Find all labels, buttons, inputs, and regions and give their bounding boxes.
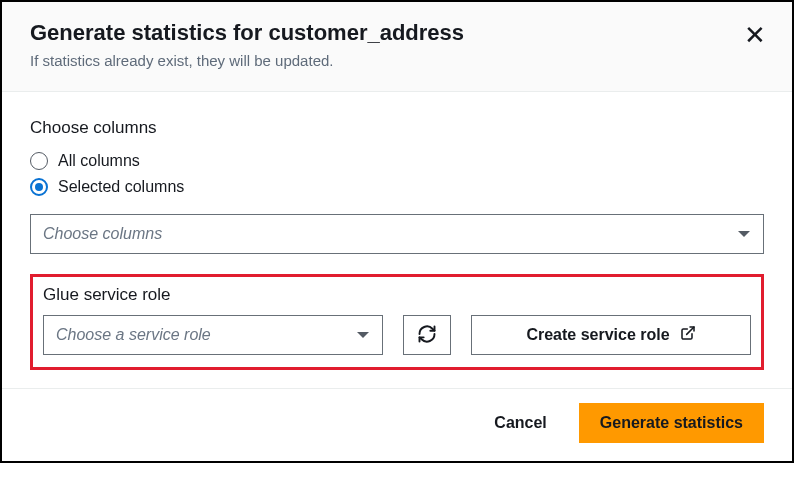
close-button[interactable]: ✕ [740,20,770,50]
modal-footer: Cancel Generate statistics [2,388,792,461]
create-service-role-label: Create service role [526,326,669,344]
glue-service-role-section: Glue service role Choose a service role [30,274,764,370]
modal-subtitle: If statistics already exist, they will b… [30,52,764,69]
external-link-icon [680,325,696,345]
refresh-button[interactable] [403,315,451,355]
modal-header: Generate statistics for customer_address… [2,2,792,92]
service-role-row: Choose a service role [43,315,751,355]
radio-all-columns[interactable]: All columns [30,148,764,174]
radio-selected-columns[interactable]: Selected columns [30,174,764,200]
modal-title: Generate statistics for customer_address [30,20,724,46]
service-role-placeholder: Choose a service role [56,326,211,344]
create-service-role-button[interactable]: Create service role [471,315,751,355]
columns-radio-group: All columns Selected columns [30,148,764,200]
radio-circle-icon [30,152,48,170]
choose-columns-dropdown[interactable]: Choose columns [30,214,764,254]
cancel-button[interactable]: Cancel [490,406,550,440]
service-role-dropdown[interactable]: Choose a service role [43,315,383,355]
refresh-icon [417,324,437,347]
caret-down-icon [356,330,370,340]
caret-down-icon [737,229,751,239]
generate-statistics-modal: Generate statistics for customer_address… [0,0,794,463]
generate-statistics-button[interactable]: Generate statistics [579,403,764,443]
svg-line-0 [686,327,693,334]
radio-selected-columns-label: Selected columns [58,178,184,196]
radio-all-columns-label: All columns [58,152,140,170]
modal-body: Choose columns All columns Selected colu… [2,92,792,388]
choose-columns-label: Choose columns [30,118,764,138]
close-icon: ✕ [744,20,766,50]
radio-circle-checked-icon [30,178,48,196]
glue-service-role-label: Glue service role [43,285,751,305]
choose-columns-placeholder: Choose columns [43,225,162,243]
